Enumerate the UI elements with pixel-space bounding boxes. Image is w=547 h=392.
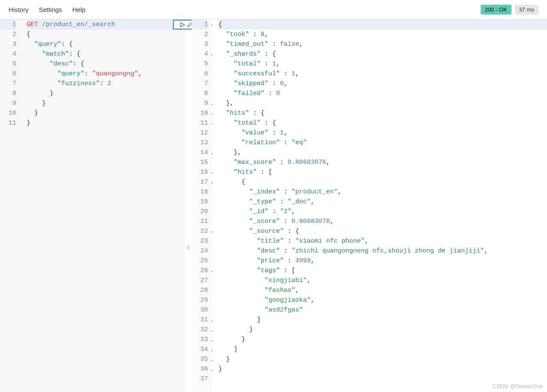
gutter-line: 26▾	[192, 266, 208, 276]
code-line[interactable]: "title" : "xiaomi nfc phone",	[218, 236, 547, 246]
gutter-line: 18	[192, 187, 208, 197]
code-line[interactable]: {	[218, 20, 547, 30]
gutter-line: 11▴	[0, 118, 16, 128]
code-line[interactable]: "fuzziness": 2	[27, 79, 185, 89]
code-line[interactable]: "_source" : {	[218, 226, 547, 236]
code-line[interactable]: "fashao",	[218, 285, 547, 295]
code-line[interactable]: "tags" : [	[218, 266, 547, 276]
code-line[interactable]: "query": "quangongng",	[27, 69, 185, 79]
code-line[interactable]: "hits" : {	[218, 108, 547, 118]
code-line[interactable]: },	[218, 98, 547, 108]
status-badge: 200 - OK	[481, 5, 511, 15]
request-code[interactable]: GET /product_en/_search{ "query": { "mat…	[20, 20, 185, 392]
code-line[interactable]: "_score" : 0.80683076,	[218, 217, 547, 226]
code-line[interactable]: "xingjiabi",	[218, 276, 547, 285]
code-line[interactable]: }	[27, 89, 185, 98]
gutter-line: 22▾	[192, 226, 208, 236]
gutter-line: 15	[192, 157, 208, 167]
request-editor[interactable]: 12▾3▾4▾5▾678▴9▴10▴11▴ GET /product_en/_s…	[0, 20, 185, 392]
code-line[interactable]: "gongjiaoka",	[218, 295, 547, 305]
code-line[interactable]: }	[27, 98, 185, 108]
gutter-line: 1▾	[192, 20, 208, 30]
gutter-line: 3	[192, 39, 208, 49]
gutter-line: 1	[0, 20, 16, 30]
gutter-line: 36▴	[192, 364, 208, 374]
gutter-line: 2▾	[0, 30, 16, 39]
gutter-line: 24	[192, 246, 208, 256]
code-line[interactable]: }	[27, 118, 185, 128]
gutter-line: 9▴	[192, 98, 208, 108]
menu-settings[interactable]: Settings	[39, 6, 62, 13]
gutter-line: 10▴	[0, 108, 16, 118]
code-line[interactable]: }	[218, 364, 547, 374]
code-line[interactable]: "query": {	[27, 39, 185, 49]
response-gutter: 1▾234▾56789▴10▾11▾121314▴1516▾17▾1819202…	[192, 20, 211, 392]
code-line[interactable]: "hits" : [	[218, 167, 547, 177]
code-line[interactable]: "match": {	[27, 49, 185, 59]
code-line[interactable]: "value" : 1,	[218, 128, 547, 138]
menu-help[interactable]: Help	[72, 6, 86, 13]
code-line[interactable]: "total" : {	[218, 118, 547, 128]
gutter-line: 6	[0, 69, 16, 79]
gutter-line: 20	[192, 207, 208, 217]
code-line[interactable]: "total" : 1,	[218, 59, 547, 69]
gutter-line: 34▴	[192, 344, 208, 354]
gutter-line: 14▴	[192, 148, 208, 157]
panel-divider[interactable]: ||	[185, 20, 192, 392]
watermark: CSDN @FeenixOne	[493, 383, 543, 389]
code-line[interactable]: }	[218, 335, 547, 344]
code-line[interactable]: },	[218, 148, 547, 157]
menu-history[interactable]: History	[9, 6, 29, 13]
code-line[interactable]: "price" : 4999,	[218, 256, 547, 266]
gutter-line: 31▴	[192, 315, 208, 325]
gutter-line: 16▾	[192, 167, 208, 177]
code-line[interactable]	[218, 374, 547, 384]
code-line[interactable]: "relation" : "eq"	[218, 138, 547, 148]
code-line[interactable]: "_type" : "_doc",	[218, 197, 547, 207]
code-line[interactable]: "_index" : "product_en",	[218, 187, 547, 197]
gutter-line: 10▾	[192, 108, 208, 118]
gutter-line: 33▴	[192, 335, 208, 344]
gutter-line: 19	[192, 197, 208, 207]
gutter-line: 5	[192, 59, 208, 69]
gutter-line: 5▾	[0, 59, 16, 69]
gutter-line: 35▴	[192, 354, 208, 364]
code-line[interactable]: GET /product_en/_search	[27, 20, 185, 30]
request-gutter: 12▾3▾4▾5▾678▴9▴10▴11▴	[0, 20, 20, 392]
svg-marker-0	[181, 23, 184, 27]
code-line[interactable]: "desc" : "zhichi quangongneng nfc,shouji…	[218, 246, 547, 256]
play-icon[interactable]	[179, 22, 185, 28]
code-line[interactable]: "_shards" : {	[218, 49, 547, 59]
response-panel: 1▾234▾56789▴10▾11▾121314▴1516▾17▾1819202…	[192, 20, 547, 392]
code-line[interactable]: "successful" : 1,	[218, 69, 547, 79]
code-line[interactable]: "max_score" : 0.80683076,	[218, 157, 547, 167]
request-panel: 12▾3▾4▾5▾678▴9▴10▴11▴ GET /product_en/_s…	[0, 20, 185, 392]
code-line[interactable]: }	[27, 108, 185, 118]
code-line[interactable]: ]	[218, 344, 547, 354]
code-line[interactable]: "skipped" : 0,	[218, 79, 547, 89]
code-line[interactable]: "took" : 8,	[218, 30, 547, 39]
code-line[interactable]: "desc": {	[27, 59, 185, 69]
code-line[interactable]: ]	[218, 315, 547, 325]
topbar: History Settings Help 200 - OK 37 ms	[0, 0, 547, 20]
code-line[interactable]: }	[218, 325, 547, 335]
code-line[interactable]: {	[218, 177, 547, 187]
gutter-line: 12	[192, 128, 208, 138]
code-line[interactable]: "_id" : "2",	[218, 207, 547, 217]
code-line[interactable]: "failed" : 0	[218, 89, 547, 98]
panels: 12▾3▾4▾5▾678▴9▴10▴11▴ GET /product_en/_s…	[0, 20, 547, 392]
code-line[interactable]: {	[27, 30, 185, 39]
code-line[interactable]: }	[218, 354, 547, 364]
gutter-line: 21	[192, 217, 208, 226]
gutter-line: 2	[192, 30, 208, 39]
gutter-line: 29	[192, 295, 208, 305]
response-editor[interactable]: 1▾234▾56789▴10▾11▾121314▴1516▾17▾1819202…	[192, 20, 547, 392]
response-code[interactable]: { "took" : 8, "timed_out" : false, "_sha…	[211, 20, 547, 392]
code-line[interactable]: "asd2fgas"	[218, 305, 547, 315]
code-line[interactable]: "timed_out" : false,	[218, 39, 547, 49]
gutter-line: 17▾	[192, 177, 208, 187]
divider-handle-icon: ||	[187, 244, 190, 249]
gutter-line: 7	[0, 79, 16, 89]
gutter-line: 4▾	[192, 49, 208, 59]
gutter-line: 30	[192, 305, 208, 315]
